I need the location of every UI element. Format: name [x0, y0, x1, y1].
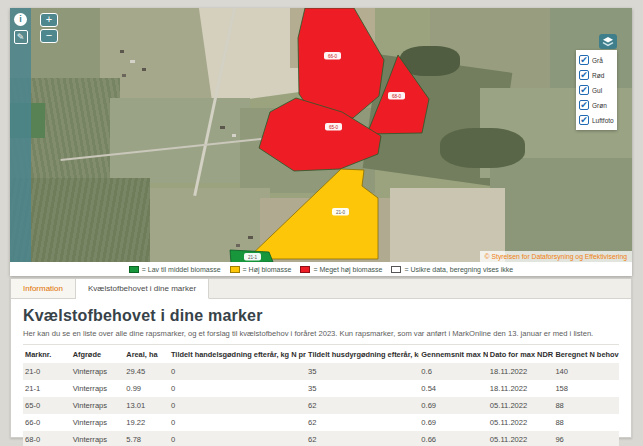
table-cell: 62 — [306, 431, 419, 446]
layers-panel: ✔Grå✔Rød✔Gul✔Grøn✔Luftfoto — [576, 50, 617, 130]
table-cell: 158 — [553, 380, 619, 397]
table-cell: 19.22 — [124, 414, 169, 431]
table-row: 68-0Vinterraps5.780620.6605.11.202296 — [23, 431, 619, 446]
table-cell: 0.54 — [419, 380, 488, 397]
fields-table: Marknr. Afgrøde Areal, ha Tildelt handel… — [23, 345, 619, 446]
table-cell: 68-0 — [23, 431, 71, 446]
edit-icon[interactable]: ✎ — [14, 30, 28, 44]
table-cell: 18.11.2022 — [488, 363, 554, 380]
field-label-badge: 66-0 — [324, 52, 341, 60]
table-cell: 5.78 — [124, 431, 169, 446]
table-cell: 35 — [306, 380, 419, 397]
svg-text:68-0: 68-0 — [392, 94, 402, 99]
layer-row: ✔Gul — [579, 85, 614, 95]
col-marknr: Marknr. — [23, 345, 71, 363]
layer-checkbox[interactable]: ✔ — [579, 55, 589, 65]
legend-swatch — [230, 266, 240, 273]
layer-row: ✔Luftfoto — [579, 115, 614, 125]
tab-bar: Information Kvælstofbehovet i dine marke… — [11, 279, 631, 299]
layer-label: Gul — [592, 87, 602, 94]
table-cell: 18.11.2022 — [488, 380, 554, 397]
zoom-in-button[interactable]: + — [40, 13, 58, 27]
legend-label: = Meget høj biomasse — [313, 266, 382, 273]
layer-checkbox[interactable]: ✔ — [579, 85, 589, 95]
legend-swatch — [300, 266, 310, 273]
legend-label: = Usikre data, beregning vises ikke — [404, 266, 513, 273]
layers-button[interactable] — [599, 34, 617, 49]
biomass-legend-item: = Lav til middel biomasse — [129, 266, 221, 273]
zoom-out-button[interactable]: − — [40, 29, 58, 43]
map-attribution[interactable]: © Styrelsen for Dataforsyning og Effekti… — [480, 251, 632, 262]
table-cell: 21-0 — [23, 363, 71, 380]
table-cell: 0 — [169, 414, 306, 431]
field-label-badge: 21-1 — [244, 253, 261, 261]
layer-label: Grøn — [592, 102, 607, 109]
layer-row: ✔Rød — [579, 70, 614, 80]
table-cell: 88 — [553, 414, 619, 431]
biomass-legend-item: = Høj biomasse — [230, 266, 292, 273]
table-cell: Vinterraps — [71, 363, 125, 380]
col-beregnet-n: Beregnet N behov forår, kg N pr. ha — [553, 345, 619, 363]
table-cell: Vinterraps — [71, 414, 125, 431]
table-cell: 05.11.2022 — [488, 414, 554, 431]
biomass-legend-item: = Usikre data, beregning vises ikke — [391, 266, 513, 273]
col-handelsgoedning: Tildelt handelsgødning efterår, kg N pr.… — [169, 345, 306, 363]
zoom-controls: + − — [40, 13, 58, 43]
col-afgroede: Afgrøde — [71, 345, 125, 363]
table-row: 66-0Vinterraps19.220620.6905.11.202288 — [23, 414, 619, 431]
table-cell: 88 — [553, 397, 619, 414]
biomass-legend-item: = Meget høj biomasse — [300, 266, 382, 273]
svg-text:65-0: 65-0 — [329, 125, 339, 130]
field-overlay: 66-0 68-0 65-0 21-0 21-1 — [10, 8, 632, 262]
table-cell: 62 — [306, 414, 419, 431]
table-cell: 0 — [169, 431, 306, 446]
table-cell: Vinterraps — [71, 380, 125, 397]
field-label-badge: 65-0 — [325, 123, 342, 131]
table-cell: 0.69 — [419, 397, 488, 414]
tab-information[interactable]: Information — [11, 279, 76, 298]
table-row: 21-1Vinterraps0.990350.5418.11.2022158 — [23, 380, 619, 397]
legend-label: = Lav til middel biomasse — [142, 266, 221, 273]
field-polygon-21-0[interactable] — [247, 169, 378, 259]
tab-content: Kvælstofbehovet i dine marker Her kan du… — [11, 299, 631, 446]
layers-icon — [602, 37, 614, 47]
layer-label: Luftfoto — [592, 117, 614, 124]
layer-row: ✔Grøn — [579, 100, 614, 110]
legend-swatch — [129, 266, 139, 273]
table-cell: 13.01 — [124, 397, 169, 414]
tab-kvaelstofbehovet[interactable]: Kvælstofbehovet i dine marker — [76, 279, 209, 299]
table-cell: 21-1 — [23, 380, 71, 397]
table-cell: 0 — [169, 380, 306, 397]
col-husdyrgoedning: Tildelt husdyrgødning efterår, kg N pr. … — [306, 345, 419, 363]
col-gennemsnit-ndre: Gennemsnit max NDRE — [419, 345, 488, 363]
map[interactable]: 66-0 68-0 65-0 21-0 21-1 i ✎ — [10, 8, 632, 262]
field-label-badge: 21-0 — [332, 208, 349, 216]
svg-text:21-0: 21-0 — [336, 210, 346, 215]
results-panel: Information Kvælstofbehovet i dine marke… — [10, 278, 632, 438]
layer-row: ✔Grå — [579, 55, 614, 65]
table-cell: 0 — [169, 397, 306, 414]
svg-text:21-1: 21-1 — [248, 255, 258, 260]
layer-checkbox[interactable]: ✔ — [579, 70, 589, 80]
section-description: Her kan du se en liste over alle dine ra… — [23, 329, 619, 338]
table-cell: 140 — [553, 363, 619, 380]
table-cell: 35 — [306, 363, 419, 380]
table-header-row: Marknr. Afgrøde Areal, ha Tildelt handel… — [23, 345, 619, 363]
table-cell: 96 — [553, 431, 619, 446]
legend-label: = Høj biomasse — [243, 266, 292, 273]
table-cell: 0.69 — [419, 414, 488, 431]
table-cell: 29.45 — [124, 363, 169, 380]
layer-checkbox[interactable]: ✔ — [579, 100, 589, 110]
layer-label: Grå — [592, 57, 603, 64]
legend-swatch — [391, 266, 401, 273]
page-title: Kvælstofbehovet i dine marker — [23, 307, 619, 325]
layer-checkbox[interactable]: ✔ — [579, 115, 589, 125]
table-cell: Vinterraps — [71, 431, 125, 446]
biomass-legend: = Lav til middel biomasse= Høj biomasse=… — [10, 262, 632, 276]
info-icon[interactable]: i — [14, 13, 27, 26]
map-toolbar: i ✎ — [10, 8, 31, 262]
table-cell: 0.6 — [419, 363, 488, 380]
table-cell: 05.11.2022 — [488, 431, 554, 446]
table-cell: 0 — [169, 363, 306, 380]
col-dato-ndre: Dato for max NDRE: — [488, 345, 554, 363]
